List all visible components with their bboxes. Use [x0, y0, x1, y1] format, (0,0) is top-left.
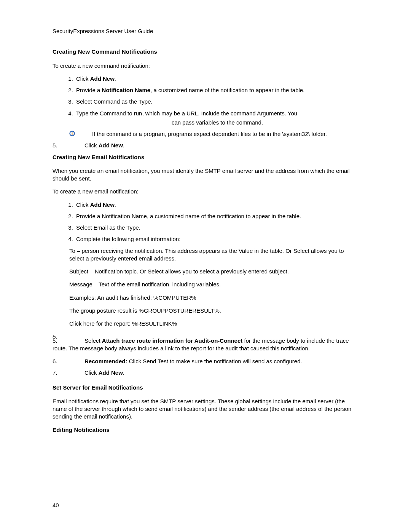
email-intro-1: When you create an email notification, y…	[53, 167, 358, 183]
list-item: Select Email as the Type.	[75, 224, 358, 232]
intro-command: To create a new command notification:	[53, 62, 358, 70]
email-steps-list: Click Add New. Provide a Notification Na…	[53, 201, 358, 243]
info-icon	[69, 131, 75, 138]
email-intro-2: To create a new email notification:	[53, 188, 358, 195]
svg-point-2	[72, 132, 72, 133]
document-page: SecurityExpressions Server User Guide Cr…	[0, 0, 411, 532]
set-server-text: Email notifications require that you set…	[53, 398, 358, 421]
heading-set-server: Set Server for Email Notifications	[53, 384, 358, 391]
step-7-email: 7. Click Add New.	[53, 369, 358, 377]
list-item: Click Add New.	[75, 75, 358, 83]
svg-rect-3	[72, 133, 73, 135]
command-steps-list: Click Add New. Provide a Notification Na…	[53, 75, 358, 126]
step-6-email: 6. Recommended: Click Send Test to make …	[53, 358, 358, 365]
heading-creating-command-notifications: Creating New Command Notifications	[53, 48, 358, 56]
list-item: Provide a Notification Name, a customize…	[75, 86, 358, 94]
step-5-email-full: 5.Select Attach trace route information …	[53, 337, 358, 353]
list-item: Click Add New.	[75, 201, 358, 209]
list-item: Type the Command to run, which may be a …	[75, 110, 358, 127]
email-field-message: Message – Text of the email notification…	[69, 281, 358, 288]
note-text: If the command is a program, programs ex…	[92, 130, 358, 138]
note-block: If the command is a program, programs ex…	[53, 130, 358, 138]
running-header: SecurityExpressions Server User Guide	[53, 27, 358, 35]
email-example-2: The group posture result is %GROUPPOSTUR…	[69, 307, 358, 315]
email-example-1: Examples: An audit has finished: %COMPUT…	[69, 294, 358, 302]
list-item: Provide a Notification Name, a customize…	[75, 212, 358, 220]
list-item: Select Command as the Type.	[75, 98, 358, 105]
page-number: 40	[53, 502, 59, 509]
heading-creating-email-notifications: Creating New Email Notifications	[53, 153, 358, 161]
heading-editing-notifications: Editing Notifications	[53, 426, 358, 434]
email-field-to: To – person receiving the notification. …	[69, 247, 358, 263]
email-example-3: Click here for the report: %RESULTLINK%	[69, 320, 358, 328]
list-item: Complete the following email information…	[75, 235, 358, 243]
email-field-subject: Subject – Notification topic. Or Select …	[69, 268, 358, 275]
step-5-command: 5. Click Add New.	[53, 142, 358, 149]
